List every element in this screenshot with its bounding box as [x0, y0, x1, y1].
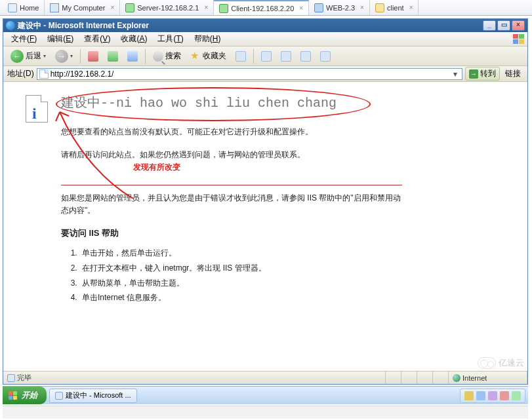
tray-icon[interactable] [464, 391, 474, 400]
refresh-icon [108, 51, 118, 62]
tray-icon[interactable] [512, 391, 521, 400]
edit-icon [300, 51, 311, 62]
vm-tab-client[interactable]: Client-192.168.2.20 × [214, 0, 309, 15]
address-field[interactable]: ▾ [37, 68, 462, 80]
stop-icon [88, 51, 98, 62]
mail-button[interactable] [258, 49, 275, 64]
document-body: i 建设中--ni hao wo shi liu chen chang 您想要查… [26, 94, 513, 305]
status-done: 完毕 [3, 372, 386, 384]
stop-button[interactable] [85, 49, 102, 64]
paragraph: 您想要查看的站点当前没有默认页。可能正在对它进行升级和配置操作。 [61, 126, 402, 138]
ie-menubar: 文件(F) 编辑(E) 查看(V) 收藏(A) 工具(T) 帮助(H) [3, 32, 527, 47]
list-item: 从帮助菜单，单击帮助主题。 [79, 276, 402, 291]
vm-tab-web23[interactable]: WEB-2.3 × [309, 0, 370, 15]
home-icon [127, 51, 138, 62]
status-cell [417, 372, 433, 384]
vm-tab-clientfolder[interactable]: client × [370, 0, 419, 15]
go-label: 转到 [480, 68, 496, 79]
close-icon[interactable]: × [360, 4, 364, 11]
vm-tab-home[interactable]: Home [3, 0, 45, 15]
ie-icon [55, 392, 63, 400]
page-icon [7, 374, 15, 382]
go-arrow-icon: → [469, 69, 478, 79]
status-zone: Internet [449, 372, 527, 384]
maximize-button[interactable]: ▭ [497, 20, 510, 31]
windows-taskbar: 开始 建设中 - Microsoft ... [3, 386, 528, 404]
chevron-down-icon: ▾ [43, 53, 46, 59]
discuss-button[interactable] [317, 49, 334, 64]
forward-icon: → [55, 50, 68, 63]
separator [145, 49, 146, 64]
tray-icon[interactable] [476, 391, 485, 400]
computer-icon [50, 3, 59, 12]
tray-icon[interactable] [500, 391, 509, 400]
status-cell [433, 372, 449, 384]
home-icon [8, 3, 17, 12]
list-item: 在打开文本框中，键入 inetmgr。将出现 IIS 管理器。 [79, 261, 402, 276]
page-title: 建设中--ni hao wo shi liu chen chang [61, 94, 402, 111]
system-tray[interactable] [460, 389, 525, 403]
menu-edit[interactable]: 编辑(E) [42, 32, 79, 46]
start-label: 开始 [22, 390, 37, 401]
vm-tab-label: Server-192.168.2.1 [137, 4, 199, 12]
close-icon[interactable]: × [409, 4, 413, 11]
folder-icon [375, 3, 384, 12]
status-cell [401, 372, 417, 384]
address-dropdown[interactable]: ▾ [451, 69, 460, 79]
divider [61, 185, 402, 185]
menu-view[interactable]: 查看(V) [79, 32, 115, 46]
steps-list: 单击开始，然后单击运行。 在打开文本框中，键入 inetmgr。将出现 IIS … [79, 246, 402, 305]
window-title: 建设中 - Microsoft Internet Explorer [18, 20, 149, 31]
vm-tab-label: My Computer [62, 4, 105, 12]
refresh-button[interactable] [104, 49, 121, 64]
forward-button[interactable]: → ▾ [52, 48, 76, 65]
vm-icon [219, 4, 228, 13]
edit-button[interactable] [297, 49, 314, 64]
tray-icon[interactable] [488, 391, 497, 400]
taskbar-item-label: 建设中 - Microsoft ... [66, 391, 131, 400]
ie-titlebar[interactable]: 建设中 - Microsoft Internet Explorer _ ▭ × [3, 19, 527, 32]
close-icon[interactable]: × [204, 4, 208, 11]
start-button[interactable]: 开始 [3, 387, 47, 404]
ie-logo-icon [6, 21, 15, 30]
favorites-button[interactable]: ★ 收藏夹 [187, 48, 230, 64]
print-button[interactable] [277, 49, 295, 64]
history-button[interactable] [232, 49, 249, 64]
back-label: 后退 [26, 50, 41, 62]
star-icon: ★ [190, 51, 201, 62]
separator [253, 49, 254, 64]
taskbar-item-ie[interactable]: 建设中 - Microsoft ... [49, 389, 137, 403]
close-icon[interactable]: × [299, 5, 303, 12]
address-input[interactable] [51, 69, 451, 79]
windows-flag-icon [8, 391, 18, 401]
search-button[interactable]: 搜索 [150, 48, 184, 64]
home-button[interactable] [124, 49, 141, 64]
menu-help[interactable]: 帮助(H) [189, 32, 226, 46]
minimize-button[interactable]: _ [483, 20, 496, 31]
discuss-icon [320, 51, 331, 62]
status-cell [386, 372, 401, 384]
vm-icon [314, 3, 323, 12]
vm-tab-label: Home [20, 4, 39, 12]
annotation-text: 发现有所改变 [133, 162, 180, 172]
history-icon [235, 51, 246, 62]
ie-viewport[interactable]: i 建设中--ni hao wo shi liu chen chang 您想要查… [3, 82, 527, 371]
vm-tab-mycomputer[interactable]: My Computer × [45, 0, 120, 15]
windows-flag-icon [512, 33, 525, 45]
menu-favorites[interactable]: 收藏(A) [115, 32, 152, 46]
go-button[interactable]: → 转到 [465, 67, 500, 81]
info-page-icon: i [26, 95, 48, 123]
menu-tools[interactable]: 工具(T) [152, 32, 188, 46]
separator [80, 49, 81, 64]
menu-file[interactable]: 文件(F) [6, 32, 42, 46]
close-button[interactable]: × [512, 20, 525, 31]
back-button[interactable]: ← 后退 ▾ [7, 48, 49, 65]
vm-tab-label: WEB-2.3 [326, 4, 355, 12]
address-label: 地址(D) [7, 68, 34, 79]
links-button[interactable]: 链接 [502, 67, 523, 81]
close-icon[interactable]: × [110, 4, 114, 11]
vm-tab-server[interactable]: Server-192.168.2.1 × [120, 0, 214, 15]
list-item: 单击Internet 信息服务。 [79, 290, 402, 305]
back-icon: ← [10, 50, 24, 63]
ie-status-bar: 完毕 Internet [3, 371, 527, 384]
